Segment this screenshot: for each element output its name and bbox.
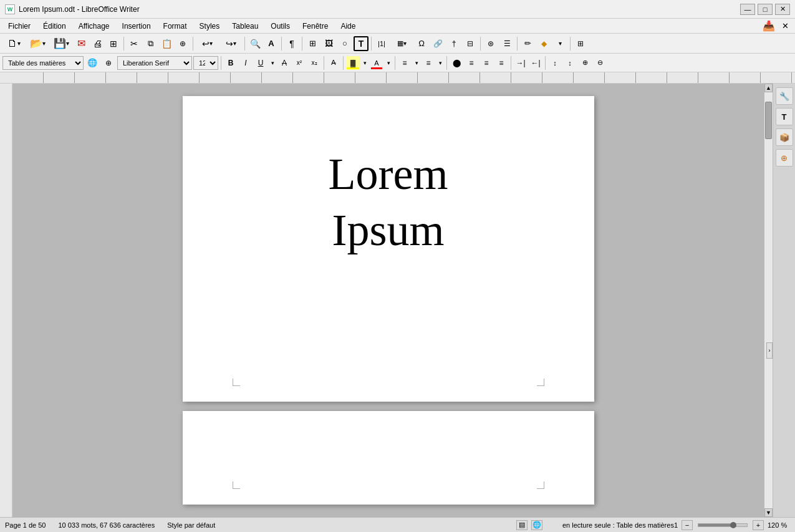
view-web-button[interactable]: 🌐 (531, 520, 542, 530)
fmt-sep3 (343, 56, 344, 70)
navigator-button[interactable]: ⊛ (483, 36, 498, 51)
print-preview-button[interactable]: ⊞ (106, 36, 121, 51)
font-color-dropdown[interactable]: ▾ (385, 56, 392, 70)
bold-button[interactable]: B (224, 56, 238, 70)
menu-fenetre[interactable]: Fenêtre (297, 20, 334, 32)
underline-dropdown[interactable]: ▾ (269, 56, 276, 70)
footnote-button[interactable]: † (446, 36, 461, 51)
linecounter-button[interactable]: |1| (374, 36, 389, 51)
copy-button[interactable]: ⧉ (143, 36, 158, 51)
style-globe-button[interactable]: 🌐 (85, 56, 100, 70)
scroll-thumb[interactable] (765, 102, 772, 139)
superscript-button[interactable]: x² (292, 56, 306, 70)
shapes-dropdown[interactable]: ▾ (552, 36, 567, 51)
window-controls[interactable]: — □ ✕ (740, 4, 790, 15)
print-button[interactable]: 🖨 (90, 36, 105, 51)
scroll-up-arrow[interactable]: ▲ (764, 84, 773, 92)
view-standard-button[interactable]: ▤ (516, 520, 528, 530)
paragraph-style-select[interactable]: Table des matières (2, 56, 84, 70)
document-canvas[interactable]: Lorem Ipsum (12, 84, 764, 517)
menu-outils[interactable]: Outils (265, 20, 296, 32)
main-toolbar: 🗋▾ 📂▾ 💾▾ ✉ 🖨 ⊞ ✂ ⧉ 📋 ⊕ ↩▾ ↪▾ 🔍 A ¶ ⊞ 🖼 ○… (0, 34, 795, 54)
subscript-button[interactable]: x₂ (307, 56, 321, 70)
menu-styles[interactable]: Styles (194, 20, 226, 32)
line-spacing-button[interactable]: ↕ (563, 56, 577, 70)
paragraph-spacing-button[interactable]: ↕ (548, 56, 562, 70)
shape-button[interactable]: ○ (337, 36, 352, 51)
window-title: Lorem Ipsum.odt - LibreOffice Writer (19, 5, 140, 14)
shapes-button[interactable]: ◆ (536, 36, 551, 51)
page-1-content[interactable]: Lorem Ipsum (183, 96, 594, 402)
increase-indent-button[interactable]: ⊕ (578, 56, 592, 70)
menu-fichier[interactable]: Fichier (2, 20, 36, 32)
cut-button[interactable]: ✂ (127, 36, 142, 51)
statusbar-left: Page 1 de 50 10 033 mots, 67 636 caractè… (5, 521, 506, 529)
scroll-down-arrow[interactable]: ▼ (764, 508, 773, 517)
strikethrough-button[interactable]: A (277, 56, 291, 70)
special-char-button[interactable]: Ω (414, 36, 429, 51)
vertical-scrollbar[interactable]: ▲ ▼ (764, 84, 773, 517)
zoom-increase-button[interactable]: + (753, 520, 764, 530)
field-button[interactable]: ▦▾ (390, 36, 413, 51)
numbering-dropdown[interactable]: ▾ (436, 56, 444, 70)
font-name-select[interactable]: Liberation Serif (117, 56, 192, 70)
align-left-button[interactable]: ⬤ (450, 56, 463, 70)
paste-button[interactable]: 📋 (159, 36, 174, 51)
gallery-icon[interactable]: 📦 (776, 128, 793, 146)
align-justify-button[interactable]: ≡ (494, 56, 508, 70)
spell-button[interactable]: A (264, 36, 279, 51)
format-marks-button[interactable]: ¶ (284, 36, 299, 51)
maximize-button[interactable]: □ (758, 4, 773, 15)
email-button[interactable]: ✉ (74, 36, 89, 51)
title-line1: Lorem (329, 149, 448, 199)
char-highlight-button[interactable]: ▓ (346, 56, 360, 70)
navigator-icon[interactable]: ⊕ (776, 149, 793, 167)
char-highlight-dropdown[interactable]: ▾ (361, 56, 369, 70)
clear-format-button[interactable]: A̶ (327, 56, 340, 70)
redo-button[interactable]: ↪▾ (219, 36, 242, 51)
bullets-button[interactable]: ≡ (398, 56, 412, 70)
menu-affichage[interactable]: Affichage (73, 20, 115, 32)
menu-insertion[interactable]: Insertion (117, 20, 157, 32)
new-button[interactable]: 🗋▾ (2, 36, 25, 51)
table-button[interactable]: ⊞ (305, 36, 320, 51)
decrease-indent-button[interactable]: ⊖ (593, 56, 607, 70)
bullets-dropdown[interactable]: ▾ (413, 56, 420, 70)
macro-button[interactable]: ⊞ (573, 36, 588, 51)
app-logo: W (5, 4, 15, 14)
image-button[interactable]: 🖼 (321, 36, 336, 51)
minimize-button[interactable]: — (740, 4, 755, 15)
paste-special-button[interactable]: ⊕ (175, 36, 190, 51)
header-footer-button[interactable]: ⊟ (463, 36, 478, 51)
font-size-select[interactable]: 12 (193, 56, 218, 70)
textbox-button[interactable]: T (354, 36, 369, 51)
save-button[interactable]: 💾▾ (50, 36, 72, 51)
menu-aide[interactable]: Aide (335, 20, 361, 32)
font-color-button[interactable]: A (370, 56, 383, 70)
zoom-decrease-button[interactable]: − (682, 520, 693, 530)
open-button[interactable]: 📂▾ (26, 36, 49, 51)
menu-edition[interactable]: Édition (37, 20, 72, 32)
sidebar-collapse-button[interactable]: › (766, 342, 773, 359)
sidebar-button[interactable]: ☰ (499, 36, 514, 51)
undo-button[interactable]: ↩▾ (196, 36, 218, 51)
hyperlink-button[interactable]: 🔗 (430, 36, 445, 51)
draw-button[interactable]: ✏ (520, 36, 535, 51)
style-more-button[interactable]: ⊕ (101, 56, 116, 70)
align-right-button[interactable]: ≡ (479, 56, 493, 70)
indent-less-button[interactable]: ←| (529, 56, 542, 70)
extension-button[interactable]: 📥 (761, 19, 776, 33)
align-center-button[interactable]: ≡ (465, 56, 478, 70)
underline-button[interactable]: U (254, 56, 267, 70)
menu-format[interactable]: Format (158, 20, 193, 32)
italic-button[interactable]: I (239, 56, 253, 70)
close-doc-button[interactable]: ✕ (778, 19, 793, 33)
find-button[interactable]: 🔍 (248, 36, 263, 51)
zoom-slider-container[interactable] (698, 523, 748, 527)
numbering-button[interactable]: ≡ (422, 56, 435, 70)
menu-tableau[interactable]: Tableau (226, 20, 264, 32)
close-button[interactable]: ✕ (775, 4, 790, 15)
styles-icon[interactable]: T (776, 108, 793, 125)
properties-icon[interactable]: 🔧 (776, 87, 793, 105)
indent-more-button[interactable]: →| (514, 56, 528, 70)
